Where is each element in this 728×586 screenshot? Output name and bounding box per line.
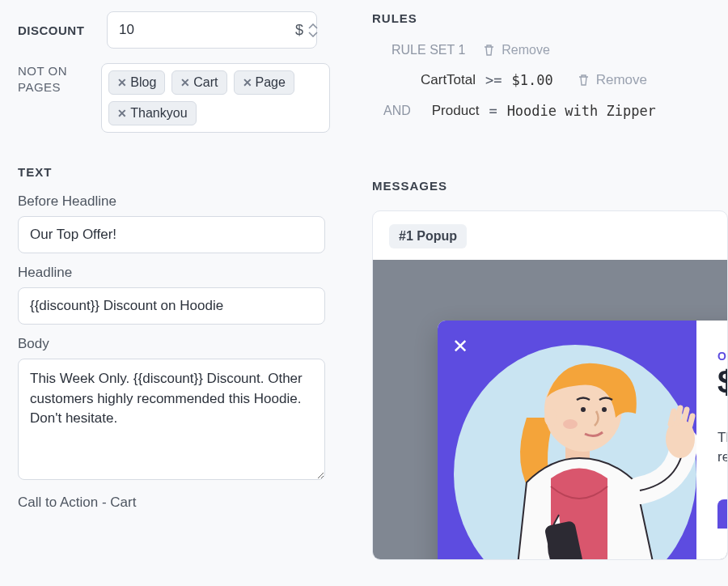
svg-point-6 [563,419,578,429]
discount-input[interactable] [119,22,290,38]
message-badge: #1 Popup [389,224,467,248]
close-icon[interactable]: ✕ [117,107,127,120]
body-label: Body [18,336,330,352]
chevron-up-icon [308,23,318,30]
tag-page[interactable]: ✕Page [234,70,294,95]
popup-preview-stage: ✕ [373,260,727,559]
trash-icon [483,44,495,57]
remove-rule-button[interactable]: Remove [578,72,647,88]
not-on-pages-label: NOT ON PAGES [18,63,101,95]
svg-point-3 [544,409,557,427]
discount-stepper[interactable] [308,23,318,37]
svg-point-5 [602,407,607,412]
discount-unit: $ [295,22,303,39]
rule-line-1: CartTotal >= $1.00 Remove [372,72,728,88]
message-card: #1 Popup ✕ [372,210,728,560]
rule-set-label: RULE SET 1 [392,43,465,57]
rule-value: $1.00 [512,72,553,88]
rule-value: Hoodie with Zipper [507,103,656,119]
cta-cart-label: Call to Action - Cart [18,495,330,511]
messages-heading: MESSAGES [372,179,728,193]
popup-cta-button[interactable] [717,499,727,529]
remove-rule-set-button[interactable]: Remove [483,43,550,57]
svg-point-4 [581,407,586,412]
rules-heading: RULES [372,11,728,25]
rule-comparator: = [489,103,497,119]
close-icon[interactable]: ✕ [117,76,127,89]
discount-label: DISCOUNT [18,23,107,37]
illustration-person [438,321,696,559]
discount-input-wrap[interactable]: $ [107,11,317,49]
not-on-pages-input[interactable]: ✕Blog ✕Cart ✕Page ✕Thankyou [101,63,330,133]
tag-blog[interactable]: ✕Blog [108,70,165,95]
popup-body-text: Th rec [717,428,727,467]
chevron-down-icon [308,31,318,37]
headline-input[interactable] [18,287,325,325]
tag-cart[interactable]: ✕Cart [171,70,226,95]
rule-line-2: AND Product = Hoodie with Zipper [372,103,728,119]
and-label: AND [383,104,411,118]
close-icon[interactable]: ✕ [180,76,190,89]
headline-label: Headline [18,265,330,281]
tag-thankyou[interactable]: ✕Thankyou [108,101,196,125]
rule-field: Product [432,103,480,119]
text-section-heading: TEXT [18,165,330,179]
rule-field: CartTotal [421,72,476,88]
before-headline-input[interactable] [18,216,325,253]
body-textarea[interactable] [18,359,325,480]
before-headline-label: Before Headline [18,193,330,210]
rule-comparator: >= [485,72,502,88]
close-icon[interactable]: ✕ [243,76,252,89]
popup-overline: OU [717,350,727,363]
popup-preview: ✕ [438,321,727,559]
trash-icon [578,74,590,87]
popup-price: $ [717,364,727,401]
